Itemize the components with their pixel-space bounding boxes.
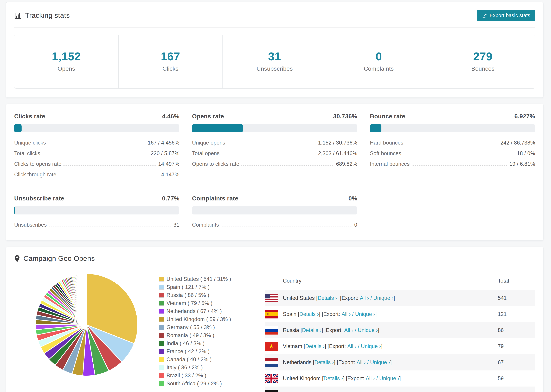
bracket-text: ]: [399, 375, 401, 382]
geo-details-link[interactable]: Details ›: [314, 359, 334, 365]
stat-card-complaints: 0Complaints: [327, 35, 431, 88]
bracket-text: ]: [375, 311, 377, 317]
export-icon: [482, 13, 487, 18]
legend-label: United Kingdom ( 59 / 3% ): [167, 316, 231, 322]
campaign-geo-opens-panel: Campaign Geo Opens United States ( 541 /…: [6, 247, 544, 392]
geo-legend: United States ( 541 / 31% )Spain ( 121 /…: [159, 276, 265, 389]
legend-item: Canada ( 40 / 2% ): [159, 357, 265, 363]
geo-export-all-link[interactable]: All ›: [347, 343, 356, 350]
bracket-text: ] [Export:: [337, 295, 360, 301]
rate-detail-row: Soft bounces18 / 0%: [370, 148, 535, 159]
dotted-leader: [403, 155, 515, 155]
rate-detail-rows: Unique clicks167 / 4.456%Total clicks220…: [14, 138, 179, 180]
geo-export-unique-link[interactable]: Unique ›: [358, 327, 378, 333]
legend-label: Netherlands ( 67 / 4% ): [167, 308, 222, 314]
legend-swatch: [159, 325, 164, 330]
rate-title: Opens rate: [192, 113, 224, 120]
rate-row-label: Soft bounces: [370, 150, 401, 156]
tracking-stats-title-text: Tracking stats: [25, 11, 70, 20]
legend-item: United States ( 541 / 31% ): [159, 276, 265, 282]
geo-country-cell: Russia [Details ›] [Export: All › / Uniq…: [265, 326, 498, 335]
geo-export-unique-link[interactable]: Unique ›: [370, 359, 390, 365]
legend-label: Italy ( 36 / 2% ): [167, 364, 203, 371]
bracket-text: ]: [393, 295, 395, 301]
vn-flag-icon: [265, 342, 278, 351]
rate-detail-row: Internal bounces19 / 6.81%: [370, 159, 535, 169]
tracking-stats-panel: Tracking stats Export basic stats 1,152O…: [6, 2, 544, 98]
legend-item: South Africa ( 29 / 2% ): [159, 381, 265, 387]
stat-value: 1,152: [14, 50, 118, 63]
rate-title: Bounce rate: [370, 113, 405, 120]
gb-flag-icon: [265, 374, 278, 383]
rates-panel: Clicks rate4.46%Unique clicks167 / 4.456…: [6, 104, 544, 241]
geo-export-all-link[interactable]: All ›: [357, 359, 366, 365]
legend-label: India ( 46 / 3% ): [167, 340, 205, 347]
rate-row-label: Opens to clicks rate: [192, 161, 239, 167]
rate-value: 0%: [348, 195, 357, 202]
geo-export-unique-link[interactable]: Unique ›: [361, 343, 381, 350]
rate-progress-track: [192, 206, 357, 215]
rate-detail-row: Total clicks220 / 5.87%: [14, 148, 179, 159]
slash-separator: /: [366, 359, 370, 365]
geo-total-cell: 67: [498, 359, 535, 365]
geo-export-all-link[interactable]: All ›: [366, 375, 375, 382]
bracket-text: [: [300, 327, 302, 333]
bracket-text: [: [313, 359, 315, 365]
legend-label: Brazil ( 33 / 2% ): [167, 372, 206, 379]
rate-title: Complaints rate: [192, 195, 238, 202]
geo-country-cell: Vietnam [Details ›] [Export: All › / Uni…: [265, 342, 498, 351]
map-pin-icon: [14, 255, 20, 262]
rate-progress-fill: [370, 124, 381, 132]
geo-export-unique-link[interactable]: Unique ›: [355, 311, 375, 317]
legend-label: Russia ( 86 / 5% ): [167, 292, 209, 298]
legend-swatch: [159, 333, 164, 338]
geo-details-link[interactable]: Details ›: [324, 375, 343, 382]
geo-details-link[interactable]: Details ›: [318, 295, 337, 301]
rate-detail-row: Click through rate4.147%: [14, 169, 179, 180]
geo-details-link[interactable]: Details ›: [299, 311, 319, 317]
bracket-text: [: [298, 311, 299, 317]
rate-row-label: Unique clicks: [14, 140, 46, 146]
legend-item: India ( 46 / 3% ): [159, 340, 265, 347]
stat-value: 167: [119, 50, 223, 63]
geo-table-row: United States [Details ›] [Export: All ›…: [265, 290, 535, 306]
geo-body: United States ( 541 / 31% )Spain ( 121 /…: [14, 269, 535, 392]
summary-stats-box: 1,152Opens167Clicks31Unsubscribes0Compla…: [14, 35, 535, 89]
geo-export-unique-link[interactable]: Unique ›: [379, 375, 399, 382]
rate-row-value: 4.147%: [161, 172, 179, 178]
legend-label: Vietnam ( 79 / 5% ): [167, 300, 212, 306]
geo-table-row: Spain [Details ›] [Export: All › / Uniqu…: [265, 306, 535, 322]
geo-export-all-link[interactable]: All ›: [360, 295, 369, 301]
geo-details-link[interactable]: Details ›: [302, 327, 322, 333]
tracking-stats-header: Tracking stats Export basic stats: [14, 10, 535, 28]
country-flag-icon: [265, 390, 278, 392]
export-basic-stats-button[interactable]: Export basic stats: [477, 10, 535, 21]
dotted-leader: [405, 144, 498, 144]
rate-detail-row: Unique opens1,152 / 30.736%: [192, 138, 357, 148]
dotted-leader: [412, 165, 507, 166]
rate-row-label: Hard bounces: [370, 140, 403, 146]
rate-row-label: Total opens: [192, 150, 219, 156]
dotted-leader: [49, 226, 171, 226]
stat-card-opens: 1,152Opens: [14, 35, 119, 88]
geo-details-link[interactable]: Details ›: [305, 343, 325, 350]
geo-export-unique-link[interactable]: Unique ›: [373, 295, 393, 301]
legend-label: United States ( 541 / 31% ): [167, 276, 231, 282]
rate-detail-row: Total opens2,303 / 61.446%: [192, 148, 357, 159]
tracking-stats-title: Tracking stats: [14, 11, 70, 20]
rate-row-label: Internal bounces: [370, 161, 410, 167]
stat-card-bounces: 279Bounces: [431, 35, 535, 88]
geo-export-all-link[interactable]: All ›: [344, 327, 353, 333]
rate-progress-fill: [192, 124, 243, 132]
geo-table-row: [265, 386, 535, 392]
rate-progress-track: [192, 124, 357, 132]
dotted-leader: [58, 176, 159, 176]
rate-detail-rows: Unsubscribes31: [14, 220, 179, 230]
rate-block-header: Clicks rate4.46%: [14, 113, 179, 120]
legend-item: Brazil ( 33 / 2% ): [159, 372, 265, 379]
geo-export-all-link[interactable]: All ›: [342, 311, 351, 317]
legend-label: Canada ( 40 / 2% ): [167, 357, 212, 363]
rate-row-value: 1,152 / 30.736%: [318, 140, 357, 146]
legend-swatch: [159, 317, 164, 322]
geo-title: Campaign Geo Opens: [14, 254, 95, 263]
